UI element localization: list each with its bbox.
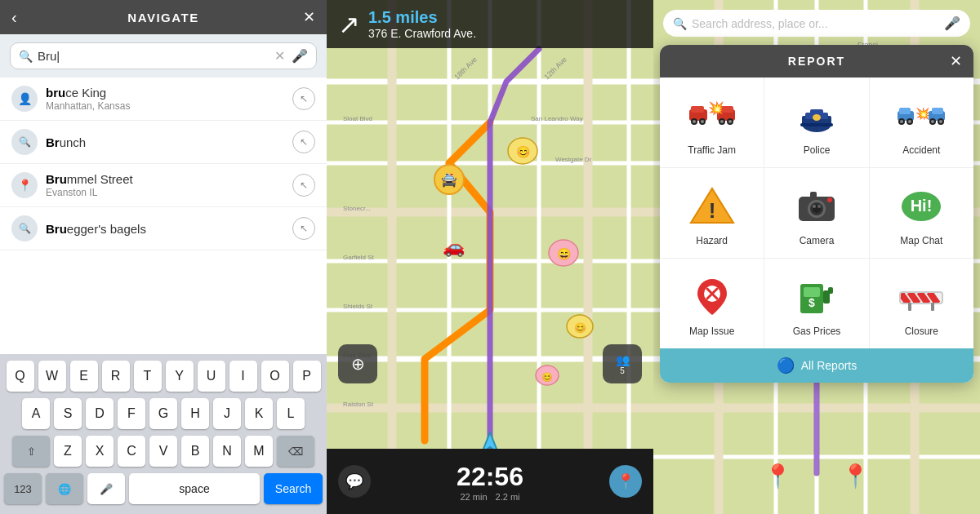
mic-key[interactable]: 🎤 [87, 473, 125, 504]
key-l[interactable]: L [277, 398, 305, 429]
key-w[interactable]: W [38, 361, 66, 392]
result-name: bruce King [46, 86, 292, 100]
navigate-arrow-icon[interactable]: ↖ [292, 174, 315, 197]
report-item-traffic-jam[interactable]: 💥 Traffic Jam [660, 78, 764, 167]
police-icon [792, 93, 841, 138]
key-z[interactable]: Z [54, 436, 82, 467]
svg-text:Hi!: Hi! [911, 197, 933, 215]
locate-me-button[interactable]: ⊕ [338, 344, 377, 383]
chat-button[interactable]: 💬 [338, 465, 371, 498]
num-key[interactable]: 123 [4, 473, 42, 504]
navigate-arrow-icon[interactable]: ↖ [292, 131, 315, 153]
shift-key[interactable]: ⇧ [12, 436, 50, 467]
key-j[interactable]: J [213, 398, 241, 429]
key-r[interactable]: R [102, 361, 130, 392]
navigate-header: ‹ NAVIGATE ✕ [0, 0, 327, 34]
report-item-closure[interactable]: Closure [870, 259, 973, 348]
report-popup: REPORT ✕ [660, 45, 973, 383]
svg-point-86 [931, 120, 934, 123]
key-h[interactable]: H [181, 398, 209, 429]
search-icon: 🔍 [19, 50, 33, 63]
svg-rect-108 [828, 287, 833, 294]
delete-key[interactable]: ⌫ [277, 436, 314, 467]
destination-pin-button[interactable]: 📍 [609, 465, 642, 498]
key-i[interactable]: I [229, 361, 257, 392]
result-brueggers[interactable]: 🔍 Bruegger's bagels ↖ [0, 207, 327, 250]
key-y[interactable]: Y [166, 361, 194, 392]
space-key[interactable]: space [129, 473, 260, 504]
key-s[interactable]: S [54, 398, 82, 429]
navigate-arrow-icon[interactable]: ↖ [292, 87, 315, 110]
key-m[interactable]: M [245, 436, 273, 467]
key-x[interactable]: X [86, 436, 114, 467]
report-item-map-issue[interactable]: Map Issue [660, 259, 764, 348]
traffic-jam-icon: 💥 [688, 93, 737, 138]
key-q[interactable]: Q [7, 361, 34, 392]
globe-key[interactable]: 🌐 [46, 473, 83, 504]
report-item-map-chat[interactable]: Hi! Map Chat [870, 168, 973, 258]
all-reports-icon: 🔵 [777, 357, 795, 374]
svg-point-68 [728, 120, 732, 123]
report-item-gas-prices[interactable]: $ Gas Prices [764, 259, 868, 348]
report-item-hazard[interactable]: ! Hazard [660, 168, 764, 258]
key-b[interactable]: B [181, 436, 209, 467]
navigate-arrow-icon[interactable]: ↖ [292, 217, 315, 240]
svg-text:Westgate Dr: Westgate Dr [555, 156, 592, 163]
mic-icon[interactable]: 🎤 [292, 48, 308, 64]
map-pin-left: 📍 [764, 463, 792, 490]
back-button[interactable]: ‹ [11, 8, 17, 27]
svg-text:Sloat Blvd: Sloat Blvd [343, 115, 372, 122]
svg-text:Shields St: Shields St [343, 303, 373, 310]
result-text: bruce King Manhattan, Kansas [46, 86, 292, 112]
key-k[interactable]: K [245, 398, 273, 429]
traffic-jam-label: Traffic Jam [688, 144, 736, 156]
svg-text:😄: 😄 [557, 247, 572, 261]
search-key[interactable]: Search [264, 473, 323, 504]
search-input[interactable]: Bru| [38, 49, 274, 63]
closure-label: Closure [905, 326, 938, 337]
key-v[interactable]: V [149, 436, 177, 467]
svg-point-97 [827, 197, 832, 202]
search-bar[interactable]: 🔍 Bru| ✕ 🎤 [10, 42, 317, 69]
svg-point-74 [813, 114, 821, 121]
navigate-panel: ‹ NAVIGATE ✕ 🔍 Bru| ✕ 🎤 👤 bruce King Man… [0, 0, 327, 514]
report-mic-icon[interactable]: 🎤 [944, 16, 960, 31]
result-brunch[interactable]: 🔍 Brunch ↖ [0, 121, 327, 164]
map-chat-icon: Hi! [897, 184, 946, 228]
key-d[interactable]: D [86, 398, 114, 429]
key-a[interactable]: A [22, 398, 50, 429]
map-bottom-bar: 💬 22:56 22 min 2.2 mi 📍 [327, 449, 653, 514]
report-item-camera[interactable]: Camera [764, 168, 868, 258]
clear-icon[interactable]: ✕ [274, 48, 285, 64]
svg-text:!: ! [708, 198, 715, 223]
result-subtitle: Evanston IL [46, 187, 292, 198]
key-f[interactable]: F [118, 398, 145, 429]
key-u[interactable]: U [198, 361, 225, 392]
key-g[interactable]: G [149, 398, 177, 429]
svg-point-98 [813, 205, 816, 208]
result-text: Bruegger's bagels [46, 222, 292, 236]
key-t[interactable]: T [134, 361, 162, 392]
key-n[interactable]: N [213, 436, 241, 467]
search-results: 👤 bruce King Manhattan, Kansas ↖ 🔍 Brunc… [0, 78, 327, 354]
report-search-placeholder: Search address, place or... [692, 17, 944, 30]
svg-rect-73 [810, 109, 823, 114]
result-brummel[interactable]: 📍 Brummel Street Evanston IL ↖ [0, 164, 327, 207]
svg-text:😊: 😊 [541, 371, 553, 383]
report-search-bar[interactable]: 🔍 Search address, place or... 🎤 [663, 10, 970, 37]
all-reports-button[interactable]: 🔵 All Reports [660, 348, 973, 383]
key-o[interactable]: O [261, 361, 289, 392]
report-item-accident[interactable]: 💥 Accident [870, 78, 973, 167]
close-button[interactable]: ✕ [303, 8, 315, 26]
svg-point-62 [701, 120, 704, 123]
key-e[interactable]: E [70, 361, 98, 392]
key-c[interactable]: C [118, 436, 145, 467]
key-p[interactable]: P [293, 361, 321, 392]
report-close-button[interactable]: ✕ [950, 52, 962, 70]
svg-text:🚔: 🚔 [441, 172, 457, 188]
map-background: 18th Ave 12th Ave Sloat Blvd Stonecr... … [327, 0, 653, 514]
users-button[interactable]: 👥 5 [603, 344, 642, 383]
result-bruce-king[interactable]: 👤 bruce King Manhattan, Kansas ↖ [0, 78, 327, 121]
report-item-police[interactable]: Police [764, 78, 868, 167]
camera-label: Camera [800, 235, 835, 246]
